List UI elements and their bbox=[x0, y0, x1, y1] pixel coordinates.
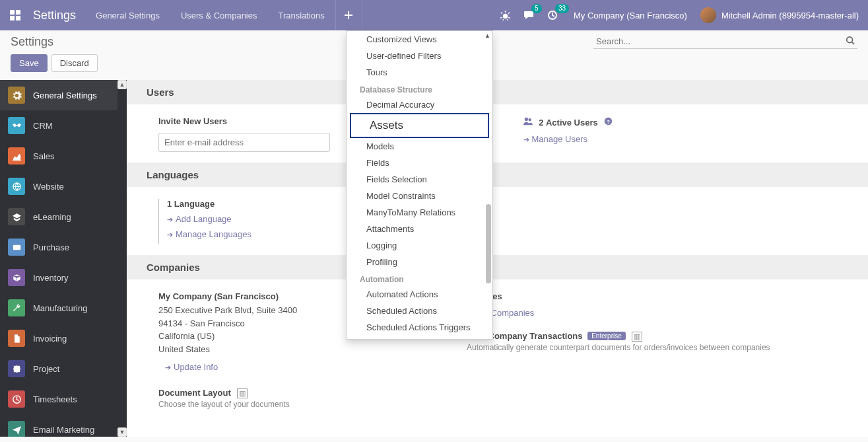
wrench-icon bbox=[8, 299, 25, 316]
manage-companies-link[interactable]: ➔Manage Companies bbox=[449, 308, 848, 318]
search-icon[interactable] bbox=[846, 36, 855, 47]
dd-logging[interactable]: Logging bbox=[347, 237, 492, 254]
enterprise-badge: Enterprise bbox=[587, 332, 626, 340]
sidebar-item-sales[interactable]: Sales bbox=[0, 141, 117, 171]
svg-point-6 bbox=[503, 13, 508, 18]
cart-icon bbox=[8, 239, 25, 256]
svg-rect-2 bbox=[10, 16, 15, 20]
sidebar-item-project[interactable]: Project bbox=[0, 353, 117, 384]
apps-icon[interactable] bbox=[0, 0, 30, 30]
arrow-right-icon: ➔ bbox=[167, 231, 173, 239]
company-selector[interactable]: My Company (San Francisco) bbox=[564, 11, 696, 20]
add-language-link[interactable]: ➔Add Language bbox=[167, 214, 251, 224]
section-languages-header: Languages bbox=[127, 163, 868, 187]
dd-decimal-accuracy[interactable]: Decimal Accuracy bbox=[347, 96, 492, 113]
nav-translations[interactable]: Translations bbox=[268, 0, 335, 30]
topnav-menu: General Settings Users & Companies Trans… bbox=[85, 0, 362, 30]
dd-manytomany-relations[interactable]: ManyToMany Relations bbox=[347, 204, 492, 221]
debug-icon[interactable] bbox=[494, 0, 517, 30]
search-input[interactable] bbox=[596, 36, 846, 46]
language-label: Language bbox=[174, 199, 215, 209]
user-menu[interactable]: Mitchell Admin (8995954-master-all) bbox=[696, 7, 868, 23]
dd-scheduled-actions[interactable]: Scheduled Actions bbox=[347, 303, 492, 319]
inter-company-desc: Automatically generate counterpart docum… bbox=[467, 342, 848, 353]
puzzle-icon bbox=[8, 360, 25, 377]
section-users-header: Users bbox=[127, 80, 868, 104]
brand-title: Settings bbox=[30, 9, 85, 22]
sidebar-item-purchase[interactable]: Purchase bbox=[0, 232, 117, 262]
sidebar-scroll-down-icon[interactable]: ▼ bbox=[117, 427, 127, 437]
discard-button[interactable]: Discard bbox=[51, 54, 98, 72]
svg-rect-3 bbox=[16, 16, 20, 20]
sidebar-item-manufacturing[interactable]: Manufacturing bbox=[0, 293, 117, 323]
settings-sidebar: General SettingsCRMSalesWebsiteeLearning… bbox=[0, 80, 117, 437]
dd-attachments[interactable]: Attachments bbox=[347, 221, 492, 237]
technical-dropdown: ▲ Customized Views User-defined Filters … bbox=[346, 30, 493, 340]
dd-customized-views[interactable]: Customized Views bbox=[347, 31, 492, 48]
doc-layout-row: Document Layout ▥ bbox=[158, 388, 422, 398]
update-info-link[interactable]: ➔Update Info bbox=[165, 362, 422, 372]
nav-general-settings[interactable]: General Settings bbox=[85, 0, 170, 30]
sidebar-item-invoicing[interactable]: Invoicing bbox=[0, 323, 117, 353]
sidebar-item-label: Inventory bbox=[33, 273, 68, 283]
gear-icon bbox=[8, 87, 25, 104]
sidebar-item-crm[interactable]: CRM bbox=[0, 110, 117, 141]
sidebar-item-website[interactable]: Website bbox=[0, 171, 117, 202]
dd-fields[interactable]: Fields bbox=[347, 155, 492, 171]
dd-automated-actions[interactable]: Automated Actions bbox=[347, 286, 492, 303]
active-users-info-icon[interactable]: ? bbox=[604, 118, 613, 128]
svg-point-15 bbox=[524, 118, 527, 121]
sidebar-item-label: Project bbox=[33, 364, 59, 374]
sidebar-item-general-settings[interactable]: General Settings bbox=[0, 80, 117, 110]
sidebar-wrap: General SettingsCRMSalesWebsiteeLearning… bbox=[0, 80, 127, 437]
manage-languages-link[interactable]: ➔Manage Languages bbox=[167, 229, 251, 239]
sidebar-item-label: CRM bbox=[33, 121, 53, 131]
sidebar-scroll-up-icon[interactable]: ▲ bbox=[117, 80, 127, 89]
sidebar-item-elearning[interactable]: eLearning bbox=[0, 202, 117, 232]
send-icon bbox=[8, 421, 25, 437]
sidebar-item-inventory[interactable]: Inventory bbox=[0, 262, 117, 293]
plus-menu-button[interactable] bbox=[335, 0, 362, 30]
active-users-count: 2 bbox=[539, 118, 543, 128]
svg-rect-11 bbox=[14, 246, 19, 246]
building-icon: ▥ bbox=[632, 332, 642, 342]
sidebar-item-label: General Settings bbox=[33, 91, 97, 100]
inter-company-row: Inter-Company Transactions Enterprise ▥ … bbox=[449, 331, 848, 353]
dd-models[interactable]: Models bbox=[347, 138, 492, 155]
clock-icon bbox=[8, 390, 25, 408]
dd-tours[interactable]: Tours bbox=[347, 64, 492, 81]
sidebar-item-email-marketing[interactable]: Email Marketing bbox=[0, 414, 117, 437]
sidebar-item-label: Website bbox=[33, 182, 64, 192]
user-name: Mitchell Admin (8995954-master-all) bbox=[721, 11, 859, 20]
dd-scheduled-actions-triggers[interactable]: Scheduled Actions Triggers bbox=[347, 319, 492, 336]
section-users-body: Invite New Users 2 Active Users ? ➔Manag… bbox=[127, 104, 868, 163]
sidebar-item-timesheets[interactable]: Timesheets bbox=[0, 384, 117, 414]
dd-assets[interactable]: Assets bbox=[350, 113, 489, 138]
dd-model-constraints[interactable]: Model Constraints bbox=[347, 188, 492, 204]
dd-group-automation: Automation bbox=[347, 270, 492, 286]
arrow-right-icon: ➔ bbox=[167, 215, 173, 223]
dd-profiling[interactable]: Profiling bbox=[347, 254, 492, 270]
dd-user-defined-filters[interactable]: User-defined Filters bbox=[347, 48, 492, 64]
search-box[interactable] bbox=[593, 34, 857, 49]
sidebar-item-label: Invoicing bbox=[33, 334, 67, 344]
companies-dropdown-row: ▾ Companies bbox=[449, 291, 848, 301]
activities-icon[interactable]: 33 bbox=[541, 0, 564, 30]
section-companies-header: Companies bbox=[127, 255, 868, 279]
avatar-icon bbox=[700, 7, 716, 23]
dd-fields-selection[interactable]: Fields Selection bbox=[347, 171, 492, 188]
grad-icon bbox=[8, 208, 25, 225]
save-button[interactable]: Save bbox=[11, 54, 48, 72]
manage-users-link[interactable]: ➔Manage Users bbox=[523, 134, 849, 144]
dropdown-scroll-up-icon[interactable]: ▲ bbox=[484, 32, 490, 39]
globe-icon bbox=[8, 178, 25, 195]
nav-users-companies[interactable]: Users & Companies bbox=[170, 0, 268, 30]
sidebar-item-label: Email Marketing bbox=[33, 425, 94, 435]
dd-group-database-structure: Database Structure bbox=[347, 81, 492, 96]
invite-email-input[interactable] bbox=[158, 133, 330, 152]
language-count: 1 bbox=[167, 199, 172, 209]
doc-layout-label: Document Layout bbox=[158, 388, 231, 398]
svg-point-16 bbox=[528, 118, 531, 121]
dropdown-scrollbar[interactable] bbox=[486, 204, 491, 283]
messages-icon[interactable]: 5 bbox=[517, 0, 541, 30]
